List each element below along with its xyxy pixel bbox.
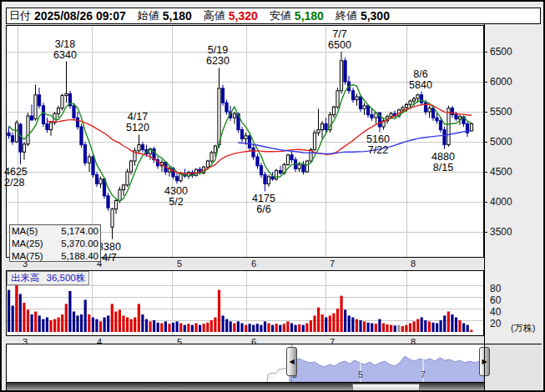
navigator-area-chart[interactable] xyxy=(7,344,484,382)
ma-legend-box: MA(5) 5,174.00 MA(25) 5,370.00 MA(75) 5,… xyxy=(9,224,101,262)
left-arrow-icon: ◀ xyxy=(289,358,294,365)
annotation-8-6: 8/6 5840 xyxy=(379,69,462,91)
range-navigator[interactable]: 357 ◀ ▶ xyxy=(6,344,542,392)
date-value: 2025/08/26 09:07 xyxy=(34,9,126,23)
annotation-4625: 4625 2/28 xyxy=(4,167,88,188)
annotation-4175: 4175 6/6 xyxy=(222,193,305,215)
navigator-label-7: 7 xyxy=(421,370,426,379)
volume-value: 36,500株 xyxy=(47,272,86,284)
range-handle-left-button[interactable]: ◀ xyxy=(286,347,297,376)
annotation-5-19: 5/19 6230 xyxy=(176,45,260,67)
annotation-4-17: 4/17 5120 xyxy=(96,112,179,133)
open-value: 5,180 xyxy=(163,9,192,23)
price-tick-3500: 3500 xyxy=(490,226,512,238)
annotation-7-7: 7/7 6500 xyxy=(298,29,381,51)
volume-tick-20: 20 xyxy=(490,318,501,329)
month-label-main-7: 7 xyxy=(330,259,335,269)
price-tick-6500: 6500 xyxy=(490,46,512,58)
ma5-value: 5,174.00 xyxy=(61,225,98,238)
month-label-main-8: 8 xyxy=(411,259,416,269)
navigator-label-5: 5 xyxy=(358,370,363,379)
date-label: 日付 xyxy=(9,8,31,23)
ma75-row: MA(75) 5,188.40 xyxy=(12,250,98,263)
low-value: 5,180 xyxy=(295,9,324,23)
navigator-right-zone xyxy=(484,344,542,391)
high-value: 5,320 xyxy=(229,9,258,23)
annotation-4880: 4880 8/15 xyxy=(401,152,485,173)
price-tick-5500: 5500 xyxy=(490,106,512,118)
ma5-label: MA(5) xyxy=(12,225,38,238)
open-label: 始値 xyxy=(138,8,159,23)
volume-tick-40: 40 xyxy=(490,306,501,318)
low-label: 安値 xyxy=(270,8,291,23)
volume-legend-box: 出来高 36,500株 xyxy=(7,271,89,285)
volume-tick-80: 80 xyxy=(490,283,501,294)
annotation-3-18: 3/18 6340 xyxy=(23,39,107,61)
scrollbar-thumb[interactable] xyxy=(352,384,420,391)
ma75-value: 5,188.40 xyxy=(61,250,98,263)
scrollbar-track[interactable] xyxy=(7,382,484,392)
price-tick-6000: 6000 xyxy=(490,76,512,88)
close-value: 5,300 xyxy=(361,9,390,23)
close-label: 終値 xyxy=(336,8,357,23)
ma25-row: MA(25) 5,370.00 xyxy=(12,238,98,250)
price-tick-4500: 4500 xyxy=(490,166,512,178)
ma25-label: MA(25) xyxy=(12,238,43,250)
volume-label: 出来高 xyxy=(11,272,40,284)
high-label: 高値 xyxy=(204,8,225,23)
month-label-main-6: 6 xyxy=(251,259,256,269)
volume-unit-label: (万株) xyxy=(511,322,535,334)
ma5-row: MA(5) 5,174.00 xyxy=(12,225,98,238)
axis-column-divider xyxy=(484,8,485,392)
month-label-main-5: 5 xyxy=(177,259,182,269)
volume-tick-60: 60 xyxy=(490,294,501,306)
ma75-label: MA(75) xyxy=(12,250,43,263)
stock-chart-window: 日付 2025/08/26 09:07 始値 5,180 高値 5,320 安値… xyxy=(0,0,545,392)
price-tick-4000: 4000 xyxy=(490,196,512,208)
price-tick-5000: 5000 xyxy=(490,136,512,148)
ma25-value: 5,370.00 xyxy=(61,238,98,250)
quote-header-bar: 日付 2025/08/26 09:07 始値 5,180 高値 5,320 安値… xyxy=(6,8,541,24)
annotation-4300: 4300 5/2 xyxy=(134,186,218,208)
